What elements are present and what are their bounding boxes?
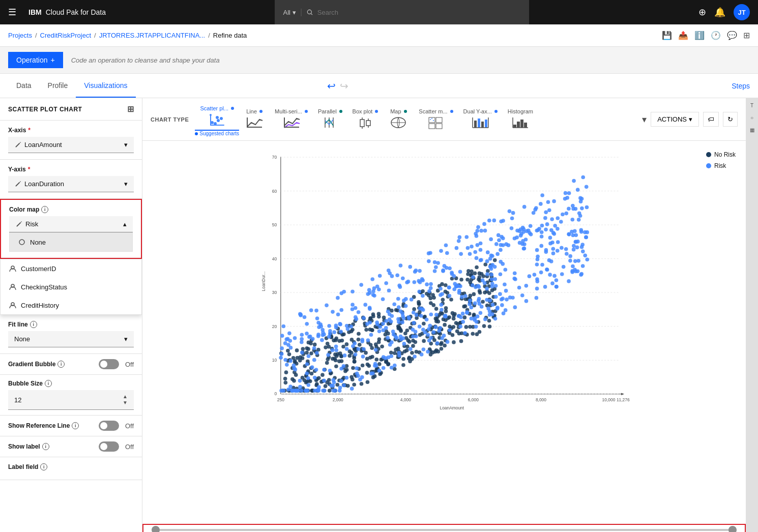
svg-point-1164: [476, 225, 480, 229]
pencil-icon-cm: [15, 221, 22, 228]
redo-button[interactable]: ↪: [340, 80, 348, 92]
svg-point-198: [465, 278, 470, 282]
svg-point-413: [403, 332, 407, 336]
svg-text:10: 10: [272, 358, 277, 363]
slider-thumb-right[interactable]: [728, 526, 737, 532]
expand-charts-btn[interactable]: ▾: [642, 114, 647, 125]
y-axis-dropdown[interactable]: LoanDuration ▾: [8, 176, 134, 192]
mini-btn-2[interactable]: ○: [747, 112, 757, 123]
breadcrumb-projects[interactable]: Projects: [8, 32, 32, 39]
svg-point-1033: [439, 249, 443, 253]
actions-button[interactable]: ACTIONS ▾: [651, 112, 699, 127]
dropdown-option-credithistory[interactable]: CreditHistory: [1, 296, 141, 314]
slider-thumb-left[interactable]: [152, 526, 160, 532]
mini-btn-1[interactable]: T: [747, 100, 757, 110]
save-icon[interactable]: 💾: [662, 31, 672, 40]
svg-point-924: [488, 309, 492, 313]
comment-icon[interactable]: 💬: [727, 31, 737, 40]
svg-point-1061: [547, 208, 551, 212]
dualyaxis-chart-icon: [471, 115, 489, 130]
chart-type-dualyaxis[interactable]: Dual Y-ax...: [458, 105, 503, 134]
tab-data[interactable]: Data: [8, 74, 40, 98]
svg-point-709: [559, 220, 563, 224]
tab-visualizations[interactable]: Visualizations: [76, 74, 135, 98]
svg-point-1119: [292, 364, 296, 368]
svg-point-865: [535, 287, 539, 291]
svg-point-826: [535, 248, 539, 252]
breadcrumb-project[interactable]: CreditRiskProject: [40, 32, 91, 39]
view-icon[interactable]: ⊞: [743, 31, 750, 40]
chart-type-scatter[interactable]: Scatter pl...: [195, 102, 239, 131]
show-label-info[interactable]: i: [42, 443, 49, 450]
operation-button[interactable]: Operation +: [8, 52, 63, 68]
mini-btn-3[interactable]: ▦: [747, 125, 757, 135]
steps-link[interactable]: Steps: [732, 82, 750, 90]
show-reference-line-toggle[interactable]: [99, 421, 119, 431]
svg-point-1169: [489, 273, 493, 277]
refresh-button[interactable]: ↻: [723, 112, 738, 127]
dropdown-option-none[interactable]: None: [10, 233, 132, 251]
svg-point-914: [377, 287, 381, 291]
history-icon[interactable]: 🕐: [711, 31, 721, 40]
svg-point-612: [439, 287, 443, 291]
dropdown-option-checkingstatus[interactable]: CheckingStatus: [1, 278, 141, 296]
chart-type-map[interactable]: Map: [383, 105, 414, 134]
chart-type-boxplot[interactable]: Box plot: [347, 105, 384, 134]
color-map-value: Risk: [25, 220, 38, 228]
chart-type-parallel[interactable]: Parallel: [313, 105, 347, 134]
svg-point-822: [540, 193, 544, 197]
svg-text:LoanDur...: LoanDur...: [261, 272, 266, 291]
export-icon[interactable]: 📤: [678, 31, 688, 40]
svg-point-329: [389, 350, 393, 354]
svg-point-572: [472, 313, 476, 317]
chart-type-line[interactable]: Line: [239, 105, 270, 134]
svg-point-1027: [482, 222, 486, 226]
svg-point-894: [552, 274, 557, 278]
undo-button[interactable]: ↩: [327, 80, 336, 92]
ref-line-info[interactable]: i: [72, 422, 79, 429]
svg-point-936: [382, 355, 386, 359]
chart-type-histogram[interactable]: Histogram: [503, 105, 538, 134]
slider-track[interactable]: [152, 529, 737, 531]
svg-rect-16: [284, 117, 285, 128]
svg-point-784: [515, 235, 519, 240]
avatar[interactable]: JT: [734, 4, 750, 20]
svg-point-1009: [455, 246, 459, 250]
bubble-size-down[interactable]: ▼: [123, 400, 128, 405]
chart-type-scattermatrix[interactable]: Scatter m...: [414, 105, 458, 134]
show-label-toggle[interactable]: [99, 441, 119, 452]
dropdown-option-customerid[interactable]: CustomerID: [1, 259, 141, 278]
search-input[interactable]: [317, 9, 521, 16]
tag-button[interactable]: 🏷: [703, 112, 719, 127]
bubble-size-info[interactable]: i: [45, 380, 52, 387]
chart-type-multiseries[interactable]: Multi-seri...: [270, 105, 313, 134]
svg-point-541: [283, 377, 287, 381]
menu-icon[interactable]: ☰: [8, 7, 16, 18]
filter-dropdown[interactable]: All ▾: [283, 9, 296, 16]
info-btn[interactable]: ℹ️: [694, 31, 705, 40]
gradient-bubble-info[interactable]: i: [57, 361, 65, 368]
svg-point-982: [457, 289, 461, 293]
label-field-info[interactable]: i: [40, 463, 47, 470]
svg-point-639: [564, 191, 568, 195]
color-map-dropdown[interactable]: Risk ▴: [9, 216, 133, 232]
bell-icon[interactable]: 🔔: [714, 7, 725, 18]
fit-line-dropdown[interactable]: None ▾: [8, 331, 134, 347]
svg-point-1142: [296, 389, 300, 393]
gradient-bubble-toggle[interactable]: [99, 359, 119, 369]
color-map-info-icon[interactable]: i: [41, 206, 48, 213]
chart-type-hist-name: Histogram: [508, 108, 533, 114]
svg-point-1042: [426, 350, 430, 354]
svg-point-965: [289, 346, 293, 350]
svg-point-724: [325, 304, 329, 308]
collapse-icon[interactable]: ⊞: [127, 104, 134, 114]
svg-point-163: [401, 363, 405, 367]
pin-icon[interactable]: ⊕: [698, 7, 706, 18]
x-axis-dropdown[interactable]: LoanAmount ▾: [8, 137, 134, 153]
bubble-size-up[interactable]: ▲: [123, 394, 128, 399]
svg-point-1166: [355, 372, 359, 376]
fit-line-info[interactable]: i: [30, 321, 37, 328]
breadcrumb-dataset[interactable]: JRTORRES.JRTAPPLICANTFINA...: [99, 32, 206, 39]
svg-point-1118: [321, 389, 325, 393]
tab-profile[interactable]: Profile: [40, 74, 76, 98]
